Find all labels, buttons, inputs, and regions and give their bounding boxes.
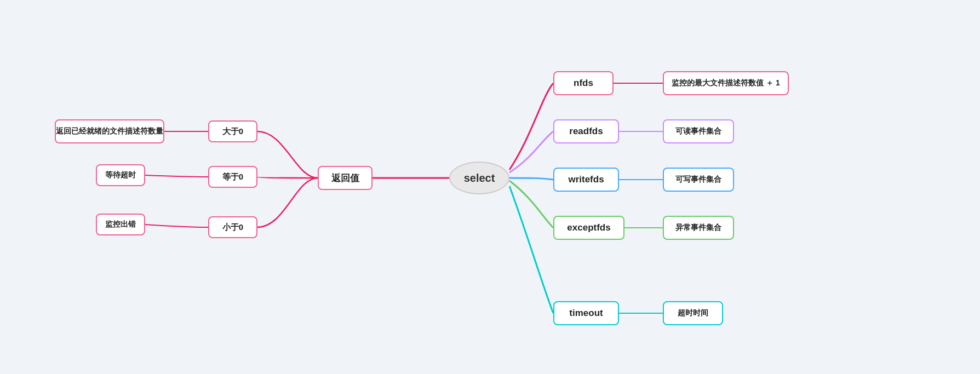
node-select: select [449,162,509,194]
node-exceptfds-label: exceptfds [567,222,610,233]
node-desc-nfds: 监控的最大文件描述符数值 ＋ 1 [663,71,789,95]
node-returns-label: 返回值 [331,172,359,185]
node-returns: 返回值 [318,166,372,190]
node-desc-timeout: 超时时间 [663,301,723,325]
node-writefds-label: writefds [568,174,604,185]
node-nfds-label: nfds [574,78,593,89]
node-gt0-label: 大于0 [222,126,243,137]
node-readfds-label: readfds [569,126,603,137]
node-desc-readfds-label: 可读事件集合 [675,126,721,136]
node-desc-writefds: 可写事件集合 [663,168,734,192]
node-eq0: 等于0 [208,166,257,188]
node-exceptfds: exceptfds [553,216,624,240]
node-timeout-right-label: timeout [569,308,603,319]
node-ready-label: 返回已经就绪的文件描述符数量 [56,126,163,136]
node-select-label: select [464,172,495,185]
node-desc-exceptfds: 异常事件集合 [663,216,734,240]
node-desc-exceptfds-label: 异常事件集合 [675,223,721,233]
node-timeout-left: 等待超时 [96,164,145,186]
node-gt0: 大于0 [208,120,257,142]
node-error-label: 监控出错 [105,220,136,229]
node-writefds: writefds [553,168,619,192]
node-eq0-label: 等于0 [222,172,243,182]
node-desc-writefds-label: 可写事件集合 [675,175,721,185]
node-timeout-left-label: 等待超时 [105,170,136,180]
node-timeout-right: timeout [553,301,619,325]
node-lt0-label: 小于0 [222,222,243,233]
node-desc-nfds-label: 监控的最大文件描述符数值 ＋ 1 [672,78,780,88]
node-ready: 返回已经就绪的文件描述符数量 [55,119,164,143]
node-readfds: readfds [553,119,619,143]
node-desc-timeout-label: 超时时间 [678,308,708,318]
node-lt0: 小于0 [208,216,257,238]
node-error: 监控出错 [96,214,145,235]
node-desc-readfds: 可读事件集合 [663,119,734,143]
node-nfds: nfds [553,71,614,95]
